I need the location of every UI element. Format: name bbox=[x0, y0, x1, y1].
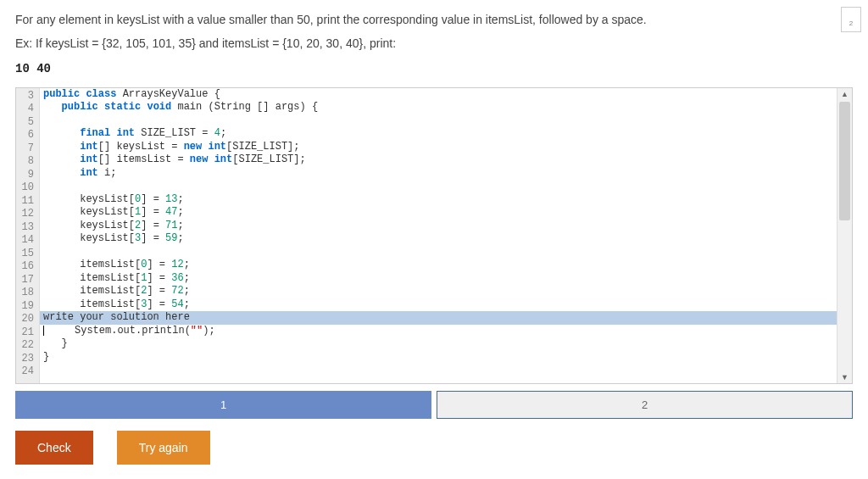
tab-1[interactable]: 1 bbox=[15, 391, 431, 419]
scroll-thumb[interactable] bbox=[839, 102, 850, 220]
code-line[interactable]: itemsList[2] = 72; bbox=[40, 285, 837, 298]
code-line[interactable]: final int SIZE_LIST = 4; bbox=[40, 127, 837, 141]
code-line[interactable] bbox=[40, 364, 837, 377]
code-line[interactable]: keysList[2] = 71; bbox=[40, 220, 837, 233]
scroll-down-icon[interactable]: ▼ bbox=[837, 371, 852, 383]
problem-line-2: Ex: If keysList = {32, 105, 101, 35} and… bbox=[15, 34, 853, 53]
try-again-button[interactable]: Try again bbox=[117, 431, 210, 465]
code-line[interactable]: int[] itemsList = new int[SIZE_LIST]; bbox=[40, 153, 837, 167]
code-line[interactable]: int[] keysList = new int[SIZE_LIST]; bbox=[40, 141, 837, 154]
code-line[interactable]: int i; bbox=[40, 167, 837, 181]
code-line[interactable]: public static void main (String [] args)… bbox=[40, 101, 837, 114]
code-line[interactable]: itemsList[0] = 12; bbox=[40, 259, 837, 272]
code-line[interactable]: } bbox=[40, 351, 837, 365]
expected-output: 10 40 bbox=[15, 62, 853, 75]
action-buttons: Check Try again bbox=[15, 431, 853, 465]
check-button[interactable]: Check bbox=[15, 431, 93, 465]
problem-line-1: For any element in keysList with a value… bbox=[15, 10, 853, 29]
code-line[interactable]: } bbox=[40, 337, 837, 351]
code-editor[interactable]: 3456789101112131415161718192021222324 pu… bbox=[15, 87, 853, 384]
code-line[interactable] bbox=[40, 180, 837, 193]
code-line[interactable] bbox=[40, 246, 837, 259]
code-line[interactable]: keysList[0] = 13; bbox=[40, 193, 837, 207]
code-line[interactable]: write your solution here bbox=[40, 311, 837, 325]
code-line[interactable]: keysList[1] = 47; bbox=[40, 206, 837, 220]
tab-2[interactable]: 2 bbox=[437, 391, 853, 419]
code-line[interactable]: System.out.println(""); bbox=[40, 325, 837, 338]
page-badge: 2 bbox=[841, 7, 861, 32]
code-line[interactable]: public class ArraysKeyValue { bbox=[40, 88, 837, 102]
code-line[interactable] bbox=[40, 114, 837, 128]
scroll-up-icon[interactable]: ▲ bbox=[837, 88, 852, 100]
vertical-scrollbar[interactable]: ▲ ▼ bbox=[837, 88, 852, 383]
line-gutter: 3456789101112131415161718192021222324 bbox=[16, 88, 40, 383]
code-line[interactable]: itemsList[1] = 36; bbox=[40, 272, 837, 286]
code-line[interactable]: itemsList[3] = 54; bbox=[40, 298, 837, 312]
code-area[interactable]: public class ArraysKeyValue { public sta… bbox=[40, 88, 837, 383]
code-line[interactable]: keysList[3] = 59; bbox=[40, 232, 837, 246]
step-tabs: 1 2 bbox=[15, 391, 853, 419]
